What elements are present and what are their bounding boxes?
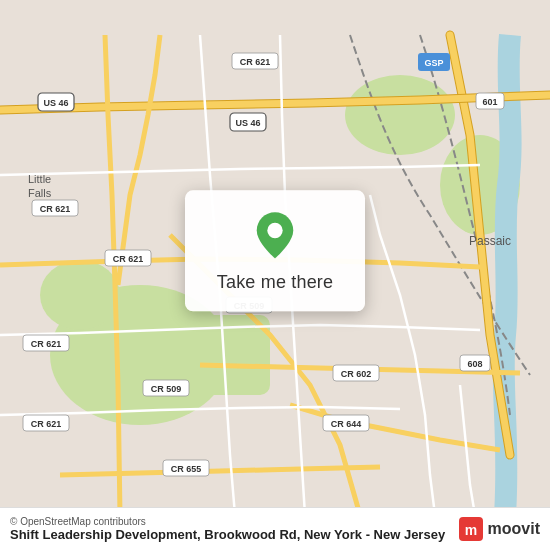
info-text-group: © OpenStreetMap contributors Shift Leade… — [10, 516, 445, 542]
svg-text:CR 644: CR 644 — [331, 419, 362, 429]
action-card: Take me there — [185, 190, 365, 311]
svg-text:Passaic: Passaic — [469, 234, 511, 248]
svg-text:601: 601 — [482, 97, 497, 107]
svg-text:608: 608 — [467, 359, 482, 369]
moovit-icon: m — [458, 516, 484, 542]
svg-text:m: m — [464, 522, 476, 538]
svg-text:US 46: US 46 — [235, 118, 260, 128]
location-name: Shift Leadership Development, Brookwood … — [10, 527, 445, 542]
svg-text:CR 621: CR 621 — [31, 339, 62, 349]
svg-text:CR 621: CR 621 — [40, 204, 71, 214]
svg-text:Little: Little — [28, 173, 51, 185]
svg-point-2 — [40, 260, 120, 330]
svg-point-4 — [345, 75, 455, 155]
svg-text:GSP: GSP — [424, 58, 443, 68]
moovit-text: moovit — [488, 520, 540, 538]
pin-wrapper — [253, 210, 297, 260]
svg-text:CR 655: CR 655 — [171, 464, 202, 474]
svg-text:US 46: US 46 — [43, 98, 68, 108]
osm-attribution: © OpenStreetMap contributors — [10, 516, 445, 527]
moovit-logo: m moovit — [458, 516, 540, 542]
svg-text:CR 621: CR 621 — [113, 254, 144, 264]
take-me-there-button[interactable]: Take me there — [217, 272, 333, 293]
svg-text:CR 621: CR 621 — [31, 419, 62, 429]
svg-point-39 — [267, 223, 282, 238]
svg-text:CR 602: CR 602 — [341, 369, 372, 379]
info-bar: © OpenStreetMap contributors Shift Leade… — [0, 507, 550, 550]
svg-text:CR 509: CR 509 — [151, 384, 182, 394]
map-container: CR 621 US 46 GSP US 46 601 CR 621 CR 621… — [0, 0, 550, 550]
svg-text:Falls: Falls — [28, 187, 52, 199]
svg-text:CR 621: CR 621 — [240, 57, 271, 67]
location-pin-icon — [253, 210, 297, 260]
